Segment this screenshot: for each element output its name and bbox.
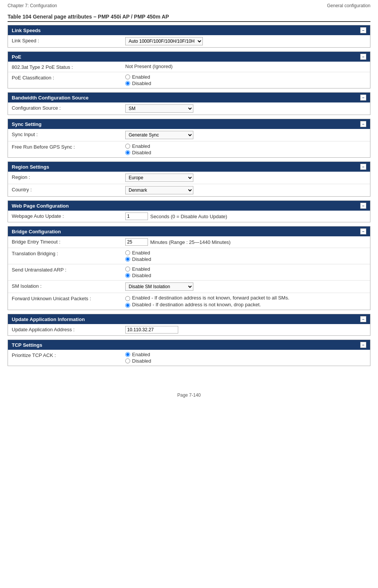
- input-webpage-auto-update[interactable]: [125, 213, 148, 220]
- section-body-sync-setting: Sync Input :Generate SyncFree Run Before…: [8, 129, 370, 157]
- radio-label-prioritize-tcp-ack-0: Enabled: [132, 352, 150, 357]
- radio-label-forward-unknown-unicast-0: Enabled - If destination address is not …: [132, 295, 289, 301]
- row-free-run-before-gps: Free Run Before GPS Sync :EnabledDisable…: [8, 141, 370, 157]
- static-poe-status: Not Present (Ignored): [125, 64, 173, 69]
- value-prioritize-tcp-ack: EnabledDisabled: [125, 352, 366, 364]
- row-webpage-auto-update: Webpage Auto Update :Seconds (0 = Disabl…: [8, 211, 370, 222]
- label-bridge-entry-timeout: Bridge Entry Timeout :: [12, 238, 125, 245]
- section-header-web-page-config: Web Page Configuration–: [8, 201, 370, 211]
- input-bridge-entry-timeout[interactable]: [125, 238, 148, 246]
- label-translation-bridging: Translation Bridging :: [12, 250, 125, 256]
- section-title-region-settings: Region Settings: [12, 164, 49, 170]
- section-bridge-config: Bridge Configuration–Bridge Entry Timeou…: [8, 226, 370, 310]
- radio-input-send-untranslated-arp-1[interactable]: [125, 273, 130, 278]
- radio-label-poe-classification-1: Disabled: [132, 81, 151, 86]
- section-title-update-app-info: Update Application Information: [12, 316, 85, 322]
- section-poe: PoE–802.3at Type 2 PoE Status :Not Prese…: [8, 51, 370, 88]
- label-sm-isolation: SM Isolation :: [12, 282, 125, 289]
- radio-input-free-run-before-gps-1[interactable]: [125, 150, 130, 155]
- radio-input-translation-bridging-1[interactable]: [125, 257, 130, 262]
- radio-input-prioritize-tcp-ack-0[interactable]: [125, 352, 130, 357]
- radio-label-send-untranslated-arp-1: Disabled: [132, 273, 151, 278]
- section-title-link-speeds: Link Speeds: [12, 28, 41, 33]
- label-webpage-auto-update: Webpage Auto Update :: [12, 213, 125, 219]
- collapse-icon-poe[interactable]: –: [360, 54, 366, 60]
- radio-item-free-run-before-gps-1[interactable]: Disabled: [125, 150, 366, 155]
- row-config-source: Configuration Source :SM: [8, 102, 370, 115]
- radio-item-forward-unknown-unicast-0[interactable]: Enabled - If destination address is not …: [125, 295, 366, 301]
- radio-item-prioritize-tcp-ack-1[interactable]: Disabled: [125, 358, 366, 364]
- select-country[interactable]: Denmark: [125, 186, 193, 194]
- label-link-speed: Link Speed :: [12, 37, 125, 43]
- section-title-poe: PoE: [12, 54, 21, 60]
- suffix-webpage-auto-update: Seconds (0 = Disable Auto Update): [150, 214, 227, 219]
- radio-item-translation-bridging-1[interactable]: Disabled: [125, 256, 366, 262]
- radio-item-poe-classification-1[interactable]: Disabled: [125, 81, 366, 86]
- radio-item-poe-classification-0[interactable]: Enabled: [125, 74, 366, 80]
- collapse-icon-tcp-settings[interactable]: –: [360, 342, 366, 348]
- radio-input-prioritize-tcp-ack-1[interactable]: [125, 358, 130, 363]
- select-link-speed[interactable]: Auto 1000F/100F/100H/10F/10H: [125, 37, 203, 45]
- table-title: Table 104 General page attributes – PMP …: [8, 14, 370, 22]
- section-header-sync-setting: Sync Setting–: [8, 119, 370, 129]
- radio-group-translation-bridging: EnabledDisabled: [125, 250, 366, 262]
- select-sync-input[interactable]: Generate Sync: [125, 131, 193, 139]
- select-region[interactable]: Europe: [125, 174, 193, 182]
- radio-label-send-untranslated-arp-0: Enabled: [132, 266, 150, 272]
- row-region: Region :Europe: [8, 172, 370, 184]
- label-free-run-before-gps: Free Run Before GPS Sync :: [12, 143, 125, 150]
- value-link-speed: Auto 1000F/100F/100H/10F/10H: [125, 37, 366, 45]
- value-poe-status: Not Present (Ignored): [125, 64, 366, 69]
- radio-input-poe-classification-1[interactable]: [125, 81, 130, 86]
- radio-item-free-run-before-gps-0[interactable]: Enabled: [125, 143, 366, 149]
- row-translation-bridging: Translation Bridging :EnabledDisabled: [8, 248, 370, 264]
- collapse-icon-web-page-config[interactable]: –: [360, 203, 366, 209]
- collapse-icon-region-settings[interactable]: –: [360, 164, 366, 170]
- value-country: Denmark: [125, 186, 366, 194]
- value-sm-isolation: Disable SM Isolation: [125, 282, 366, 291]
- radio-input-free-run-before-gps-0[interactable]: [125, 144, 130, 149]
- value-bridge-entry-timeout: Minutes (Range : 25—1440 Minutes): [125, 238, 366, 246]
- page-header: Chapter 7: Configuration General configu…: [0, 0, 378, 10]
- section-body-poe: 802.3at Type 2 PoE Status :Not Present (…: [8, 62, 370, 88]
- section-body-link-speeds: Link Speed :Auto 1000F/100F/100H/10F/10H: [8, 35, 370, 47]
- value-translation-bridging: EnabledDisabled: [125, 250, 366, 262]
- section-title-tcp-settings: TCP Settings: [12, 342, 42, 348]
- radio-item-forward-unknown-unicast-1[interactable]: Disabled - If destination address is not…: [125, 302, 366, 308]
- collapse-icon-sync-setting[interactable]: –: [360, 121, 366, 127]
- radio-item-send-untranslated-arp-0[interactable]: Enabled: [125, 266, 366, 272]
- label-update-app-address: Update Application Address :: [12, 326, 125, 332]
- radio-input-translation-bridging-0[interactable]: [125, 250, 130, 255]
- section-header-poe: PoE–: [8, 52, 370, 62]
- input-update-app-address[interactable]: [125, 326, 178, 334]
- radio-input-poe-classification-0[interactable]: [125, 74, 130, 79]
- label-sync-input: Sync Input :: [12, 131, 125, 137]
- radio-item-translation-bridging-0[interactable]: Enabled: [125, 250, 366, 256]
- collapse-icon-bridge-config[interactable]: –: [360, 228, 366, 234]
- radio-input-send-untranslated-arp-0[interactable]: [125, 267, 130, 272]
- radio-label-forward-unknown-unicast-1: Disabled - If destination address is not…: [132, 302, 261, 307]
- collapse-icon-link-speeds[interactable]: –: [360, 27, 366, 33]
- radio-label-prioritize-tcp-ack-1: Disabled: [132, 358, 151, 364]
- value-region: Europe: [125, 174, 366, 182]
- collapse-icon-bandwidth-config[interactable]: –: [360, 95, 366, 101]
- row-poe-classification: PoE Classification :EnabledDisabled: [8, 72, 370, 88]
- radio-input-forward-unknown-unicast-0[interactable]: [125, 296, 130, 301]
- row-bridge-entry-timeout: Bridge Entry Timeout :Minutes (Range : 2…: [8, 236, 370, 248]
- collapse-icon-update-app-info[interactable]: –: [360, 316, 366, 322]
- row-poe-status: 802.3at Type 2 PoE Status :Not Present (…: [8, 62, 370, 72]
- radio-item-send-untranslated-arp-1[interactable]: Disabled: [125, 273, 366, 278]
- select-config-source[interactable]: SM: [125, 104, 193, 113]
- label-prioritize-tcp-ack: Prioritize TCP ACK :: [12, 352, 125, 358]
- value-config-source: SM: [125, 104, 366, 113]
- radio-input-forward-unknown-unicast-1[interactable]: [125, 303, 130, 308]
- section-region-settings: Region Settings–Region :EuropeCountry :D…: [8, 161, 370, 197]
- radio-group-free-run-before-gps: EnabledDisabled: [125, 143, 366, 155]
- radio-group-poe-classification: EnabledDisabled: [125, 74, 366, 86]
- section-header-bridge-config: Bridge Configuration–: [8, 227, 370, 236]
- value-sync-input: Generate Sync: [125, 131, 366, 139]
- radio-item-prioritize-tcp-ack-0[interactable]: Enabled: [125, 352, 366, 357]
- value-update-app-address: [125, 326, 366, 334]
- select-sm-isolation[interactable]: Disable SM Isolation: [125, 282, 193, 291]
- section-title-sync-setting: Sync Setting: [12, 121, 42, 127]
